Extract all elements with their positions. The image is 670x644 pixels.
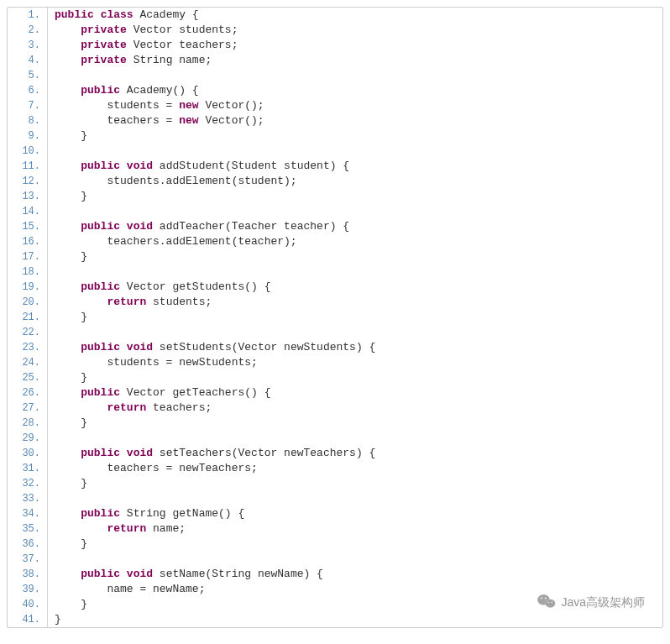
svg-point-5 <box>548 602 549 603</box>
code-content: } <box>55 416 87 431</box>
code-content: } <box>55 597 87 612</box>
code-content: private Vector students; <box>55 23 238 38</box>
line-number: 1. <box>8 8 48 23</box>
code-line: 17. } <box>8 249 662 264</box>
code-line: 31. teachers = newTeachers; <box>8 461 662 476</box>
code-line: 13. } <box>8 189 662 204</box>
code-content <box>55 431 68 446</box>
code-content: } <box>55 249 87 264</box>
line-number: 31. <box>8 461 48 476</box>
code-content: students.addElement(student); <box>55 174 297 189</box>
code-content: public void setName(String newName) { <box>55 567 323 582</box>
code-content: public void setStudents(Vector newStuden… <box>55 340 375 355</box>
line-number: 39. <box>8 582 48 597</box>
line-number: 7. <box>8 98 48 113</box>
line-number: 36. <box>8 537 48 552</box>
code-content: return teachers; <box>55 401 212 416</box>
code-content: public Academy() { <box>55 83 199 98</box>
line-number: 41. <box>8 612 48 627</box>
code-content: } <box>55 476 87 491</box>
svg-point-2 <box>546 599 556 608</box>
code-line: 20. return students; <box>8 295 662 310</box>
line-number: 23. <box>8 340 48 355</box>
code-content: public String getName() { <box>55 506 244 521</box>
code-line: 3. private Vector teachers; <box>8 38 662 53</box>
code-line: 41.} <box>8 612 662 627</box>
code-line: 38. public void setName(String newName) … <box>8 567 662 582</box>
line-number: 6. <box>8 83 48 98</box>
line-number: 40. <box>8 597 48 612</box>
code-content: name = newName; <box>55 582 205 597</box>
code-line: 7. students = new Vector(); <box>8 98 662 113</box>
line-number: 21. <box>8 310 48 325</box>
code-line: 15. public void addTeacher(Teacher teach… <box>8 219 662 234</box>
line-number: 15. <box>8 219 48 234</box>
line-number: 20. <box>8 295 48 310</box>
code-content <box>55 491 68 506</box>
line-number: 35. <box>8 521 48 537</box>
code-line: 36. } <box>8 537 662 552</box>
code-content: } <box>55 189 87 204</box>
code-content: students = newStudents; <box>55 355 258 370</box>
line-number: 22. <box>8 325 48 340</box>
watermark-text: Java高级架构师 <box>561 595 645 610</box>
line-number: 10. <box>8 144 48 159</box>
code-content: public void addTeacher(Teacher teacher) … <box>55 219 349 234</box>
code-line: 4. private String name; <box>8 53 662 68</box>
code-content: } <box>55 370 87 385</box>
line-number: 26. <box>8 385 48 401</box>
code-line: 37. <box>8 552 662 567</box>
code-content: return name; <box>55 521 186 537</box>
code-line: 25. } <box>8 370 662 385</box>
code-content: private String name; <box>55 53 212 68</box>
code-line: 30. public void setTeachers(Vector newTe… <box>8 446 662 461</box>
code-line: 19. public Vector getStudents() { <box>8 280 662 295</box>
line-number: 27. <box>8 401 48 416</box>
code-line: 2. private Vector students; <box>8 23 662 38</box>
code-line: 12. students.addElement(student); <box>8 174 662 189</box>
line-number: 9. <box>8 128 48 144</box>
code-line: 33. <box>8 491 662 506</box>
code-line: 32. } <box>8 476 662 491</box>
code-content <box>55 325 68 340</box>
line-number: 32. <box>8 476 48 491</box>
line-number: 38. <box>8 567 48 582</box>
line-number: 33. <box>8 491 48 506</box>
code-content: public void setTeachers(Vector newTeache… <box>55 446 375 461</box>
code-line: 21. } <box>8 310 662 325</box>
code-content: public Vector getTeachers() { <box>55 385 270 401</box>
code-line: 8. teachers = new Vector(); <box>8 113 662 128</box>
line-number: 13. <box>8 189 48 204</box>
code-line: 18. <box>8 264 662 280</box>
line-number: 5. <box>8 68 48 83</box>
code-line: 11. public void addStudent(Student stude… <box>8 159 662 174</box>
code-line: 34. public String getName() { <box>8 506 662 521</box>
svg-point-3 <box>541 598 542 599</box>
svg-point-4 <box>545 598 547 599</box>
code-content <box>55 552 68 567</box>
code-content: } <box>55 612 61 627</box>
line-number: 34. <box>8 506 48 521</box>
code-content: } <box>55 128 87 144</box>
code-line: 28. } <box>8 416 662 431</box>
line-number: 30. <box>8 446 48 461</box>
code-content: public void addStudent(Student student) … <box>55 159 349 174</box>
line-number: 4. <box>8 53 48 68</box>
code-content: public class Academy { <box>55 8 199 23</box>
watermark: Java高级架构师 <box>537 594 645 611</box>
code-content: teachers = newTeachers; <box>55 461 258 476</box>
code-content <box>55 204 68 219</box>
code-content: private Vector teachers; <box>55 38 238 53</box>
line-number: 2. <box>8 23 48 38</box>
line-number: 18. <box>8 264 48 280</box>
line-number: 19. <box>8 280 48 295</box>
svg-point-6 <box>552 602 552 603</box>
line-number: 37. <box>8 552 48 567</box>
code-line: 14. <box>8 204 662 219</box>
code-content <box>55 68 68 83</box>
code-line: 35. return name; <box>8 521 662 537</box>
code-line: 26. public Vector getTeachers() { <box>8 385 662 401</box>
code-line: 29. <box>8 431 662 446</box>
code-line: 6. public Academy() { <box>8 83 662 98</box>
line-number: 17. <box>8 249 48 264</box>
